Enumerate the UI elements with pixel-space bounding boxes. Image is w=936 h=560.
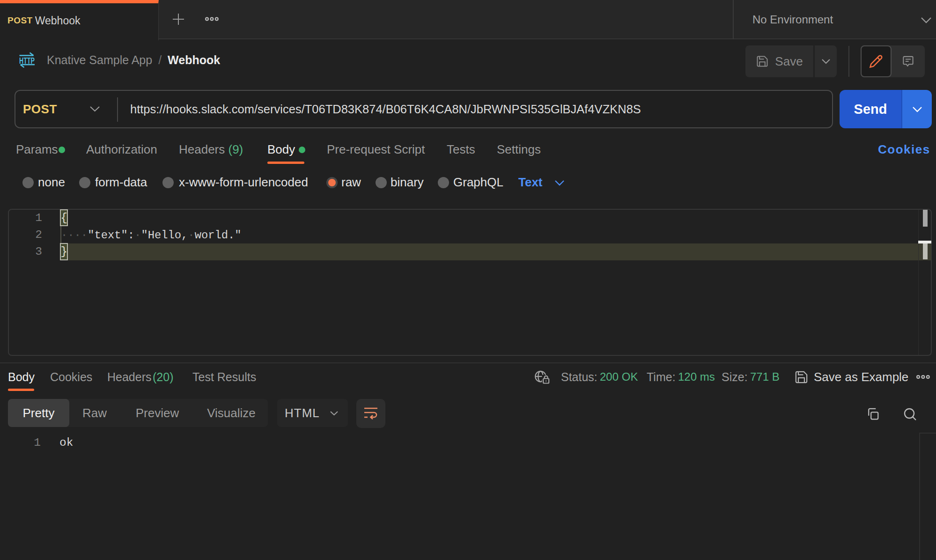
svg-text:HTTP: HTTP — [19, 56, 35, 66]
